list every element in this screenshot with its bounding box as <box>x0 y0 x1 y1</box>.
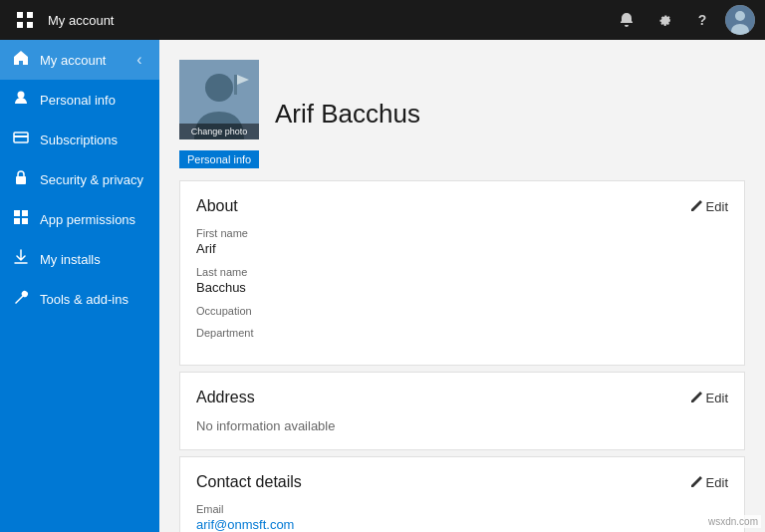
main-layout: ‹ My account Personal info <box>0 40 765 532</box>
topbar: My account ? <box>0 0 765 40</box>
svg-rect-2 <box>17 22 23 28</box>
occupation-field: Occupation <box>196 305 728 317</box>
address-no-info: No information available <box>196 418 728 433</box>
profile-name: Arif Bacchus <box>275 99 420 139</box>
sidebar-item-personal-info[interactable]: Personal info <box>0 80 159 120</box>
help-icon[interactable]: ? <box>687 5 717 35</box>
sidebar-item-security-privacy[interactable]: Security & privacy <box>0 159 159 199</box>
contact-details-card-header: Contact details Edit <box>196 473 728 491</box>
svg-rect-3 <box>27 22 33 28</box>
email-label: Email <box>196 503 728 515</box>
notification-icon[interactable] <box>612 5 641 35</box>
contact-details-edit-label: Edit <box>706 475 728 490</box>
wrench-icon <box>12 289 30 309</box>
settings-icon[interactable] <box>649 5 679 35</box>
svg-point-7 <box>18 92 25 99</box>
sidebar-item-my-account[interactable]: My account <box>0 40 159 80</box>
lock-icon <box>12 169 30 189</box>
sidebar-item-security-privacy-label: Security & privacy <box>40 172 143 187</box>
card-icon <box>12 130 30 149</box>
about-edit-button[interactable]: Edit <box>690 199 728 214</box>
sidebar-item-app-permissions[interactable]: App permissions <box>0 199 159 239</box>
department-label: Department <box>196 327 728 339</box>
first-name-label: First name <box>196 227 728 239</box>
watermark: wsxdn.com <box>705 515 761 528</box>
contact-edit-pencil-icon <box>690 476 702 488</box>
change-photo-label[interactable]: Change photo <box>179 124 259 139</box>
svg-point-16 <box>205 74 233 102</box>
profile-photo-container: Change photo <box>179 60 259 139</box>
last-name-label: Last name <box>196 266 728 278</box>
svg-rect-13 <box>14 218 20 224</box>
svg-rect-17 <box>234 75 237 95</box>
home-icon <box>12 50 30 70</box>
about-edit-label: Edit <box>706 199 728 214</box>
sidebar-item-personal-info-label: Personal info <box>40 93 116 108</box>
personal-info-tooltip: Personal info <box>179 150 259 168</box>
address-edit-label: Edit <box>706 391 728 405</box>
department-field: Department <box>196 327 728 339</box>
profile-header: Change photo Arif Bacchus <box>159 40 765 149</box>
apps-icon <box>12 209 30 229</box>
sidebar-item-my-account-label: My account <box>40 53 106 68</box>
contact-details-card: Contact details Edit Email arif@onmsft.c… <box>179 456 745 532</box>
email-field: Email arif@onmsft.com <box>196 503 728 532</box>
svg-rect-9 <box>14 135 28 137</box>
edit-pencil-icon <box>690 200 702 212</box>
content-area: Change photo Arif Bacchus Personal info … <box>159 40 765 532</box>
download-icon <box>12 249 30 269</box>
topbar-title: My account <box>48 13 612 28</box>
avatar[interactable] <box>725 5 755 35</box>
sidebar-item-tools-addins[interactable]: Tools & add-ins <box>0 279 159 319</box>
sidebar-item-subscriptions-label: Subscriptions <box>40 133 118 147</box>
about-card: About Edit First name Arif Last name Bac… <box>179 180 745 366</box>
sidebar-item-subscriptions[interactable]: Subscriptions <box>0 120 159 159</box>
sidebar-item-app-permissions-label: App permissions <box>40 212 135 227</box>
email-value[interactable]: arif@onmsft.com <box>196 517 728 532</box>
address-edit-pencil-icon <box>690 392 702 403</box>
grid-icon[interactable] <box>10 5 40 35</box>
topbar-icons: ? <box>612 5 755 35</box>
person-icon <box>12 90 30 110</box>
svg-rect-12 <box>22 210 28 216</box>
address-card-title: Address <box>196 389 255 406</box>
address-card-header: Address Edit <box>196 389 728 406</box>
about-card-title: About <box>196 197 238 215</box>
svg-rect-14 <box>22 218 28 224</box>
sidebar-item-tools-addins-label: Tools & add-ins <box>40 292 128 307</box>
svg-rect-1 <box>27 12 33 18</box>
sidebar-item-my-installs-label: My installs <box>40 252 101 267</box>
svg-point-5 <box>735 11 745 21</box>
address-edit-button[interactable]: Edit <box>690 391 728 405</box>
contact-details-card-title: Contact details <box>196 473 302 491</box>
last-name-field: Last name Bacchus <box>196 266 728 295</box>
svg-rect-0 <box>17 12 23 18</box>
sidebar: ‹ My account Personal info <box>0 40 159 532</box>
svg-rect-11 <box>14 210 20 216</box>
last-name-value: Bacchus <box>196 280 728 295</box>
svg-rect-10 <box>16 176 26 184</box>
address-card: Address Edit No information available <box>179 372 745 450</box>
first-name-field: First name Arif <box>196 227 728 256</box>
first-name-value: Arif <box>196 241 728 256</box>
contact-details-edit-button[interactable]: Edit <box>690 475 728 490</box>
occupation-label: Occupation <box>196 305 728 317</box>
sidebar-item-my-installs[interactable]: My installs <box>0 239 159 279</box>
about-card-header: About Edit <box>196 197 728 215</box>
